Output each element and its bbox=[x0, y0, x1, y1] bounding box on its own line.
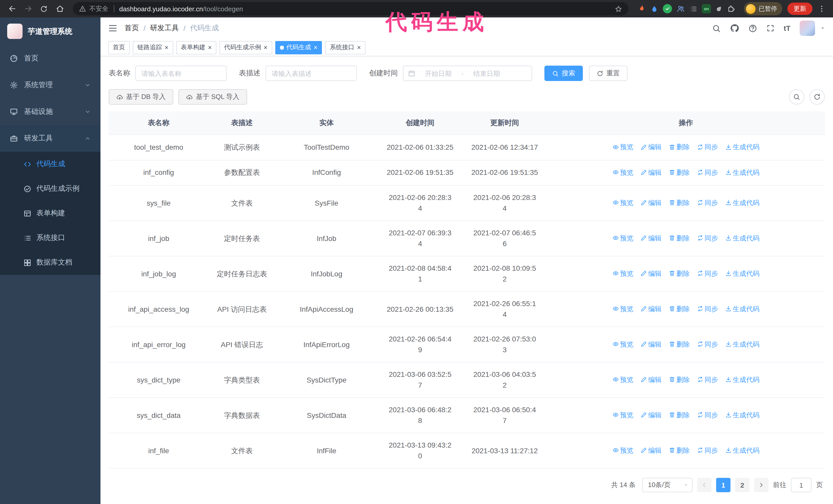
reset-button[interactable]: 重置 bbox=[589, 66, 627, 81]
action-preview[interactable]: 预览 bbox=[612, 167, 633, 178]
extension-icon-drop[interactable] bbox=[650, 5, 658, 13]
logo[interactable]: 芋道管理系统 bbox=[0, 18, 100, 45]
search-button[interactable]: 搜索 bbox=[544, 66, 583, 81]
github-icon[interactable] bbox=[730, 24, 739, 33]
extension-icon-check[interactable] bbox=[663, 4, 672, 13]
action-delete[interactable]: 删除 bbox=[669, 197, 690, 208]
font-size-icon[interactable]: tT bbox=[784, 24, 790, 32]
action-preview[interactable]: 预览 bbox=[612, 304, 633, 314]
sidebar-item-home[interactable]: 首页 bbox=[0, 45, 100, 72]
action-delete[interactable]: 删除 bbox=[669, 304, 690, 314]
sidebar-item-codegen[interactable]: 代码生成 bbox=[0, 152, 100, 176]
action-delete[interactable]: 删除 bbox=[669, 339, 690, 350]
action-preview[interactable]: 预览 bbox=[612, 268, 633, 279]
tab-close-icon[interactable]: × bbox=[314, 44, 317, 51]
browser-update-button[interactable]: 更新 bbox=[787, 3, 812, 15]
search-icon[interactable] bbox=[712, 24, 721, 32]
action-sync[interactable]: 同步 bbox=[697, 167, 718, 178]
action-sync[interactable]: 同步 bbox=[697, 445, 718, 456]
date-end-input[interactable] bbox=[467, 70, 507, 77]
help-icon[interactable] bbox=[748, 24, 757, 32]
extension-icon-on-badge[interactable]: on bbox=[702, 4, 711, 13]
sidebar-item-system-api[interactable]: 系统接口 bbox=[0, 225, 100, 250]
action-sync[interactable]: 同步 bbox=[697, 268, 718, 279]
tab-close-icon[interactable]: × bbox=[165, 44, 168, 51]
action-preview[interactable]: 预览 bbox=[612, 197, 633, 208]
action-edit[interactable]: 编辑 bbox=[641, 445, 662, 456]
sidebar-item-form-builder[interactable]: 表单构建 bbox=[0, 201, 100, 225]
action-sync[interactable]: 同步 bbox=[697, 374, 718, 385]
action-edit[interactable]: 编辑 bbox=[641, 233, 662, 243]
page-button-2[interactable]: 2 bbox=[735, 478, 749, 492]
toggle-search-button[interactable] bbox=[789, 89, 804, 104]
tab-close-icon[interactable]: × bbox=[263, 44, 267, 51]
table-desc-input[interactable] bbox=[265, 66, 357, 81]
tab-1[interactable]: 链路追踪× bbox=[133, 41, 173, 54]
import-db-button[interactable]: 基于 DB 导入 bbox=[109, 89, 173, 104]
browser-profile-badge[interactable]: 已暂停 bbox=[744, 2, 782, 16]
action-delete[interactable]: 删除 bbox=[669, 268, 690, 279]
sidebar-item-db-doc[interactable]: 数据库文档 bbox=[0, 250, 100, 275]
action-edit[interactable]: 编辑 bbox=[641, 410, 662, 421]
hamburger-icon[interactable] bbox=[108, 24, 117, 33]
tab-2[interactable]: 表单构建× bbox=[176, 41, 216, 54]
user-avatar[interactable] bbox=[800, 21, 815, 36]
action-edit[interactable]: 编辑 bbox=[641, 374, 662, 385]
action-sync[interactable]: 同步 bbox=[697, 233, 718, 243]
action-delete[interactable]: 删除 bbox=[669, 167, 690, 178]
table-name-input[interactable] bbox=[135, 66, 227, 81]
import-sql-button[interactable]: 基于 SQL 导入 bbox=[178, 89, 247, 104]
action-preview[interactable]: 预览 bbox=[612, 233, 633, 243]
sidebar-item-codegen-example[interactable]: 代码生成示例 bbox=[0, 176, 100, 201]
extension-icon-flame[interactable] bbox=[638, 5, 646, 13]
tab-close-icon[interactable]: × bbox=[357, 44, 361, 51]
action-preview[interactable]: 预览 bbox=[612, 410, 633, 421]
browser-menu-button[interactable] bbox=[815, 3, 828, 15]
action-preview[interactable]: 预览 bbox=[612, 374, 633, 385]
browser-home-button[interactable] bbox=[53, 2, 67, 16]
breadcrumb-devtools[interactable]: 研发工具 bbox=[150, 24, 179, 33]
refresh-table-button[interactable] bbox=[809, 89, 825, 104]
tab-0[interactable]: 首页 bbox=[108, 41, 130, 54]
action-preview[interactable]: 预览 bbox=[612, 142, 633, 152]
action-edit[interactable]: 编辑 bbox=[641, 142, 662, 152]
address-bar[interactable]: 不安全 dashboard.yudao.iocoder.cn /tool/cod… bbox=[73, 2, 628, 16]
breadcrumb-home[interactable]: 首页 bbox=[124, 24, 139, 33]
puzzle-icon[interactable] bbox=[728, 5, 736, 13]
action-delete[interactable]: 删除 bbox=[669, 410, 690, 421]
extension-icon-feather[interactable] bbox=[714, 4, 724, 14]
next-page-button[interactable] bbox=[754, 478, 768, 492]
action-preview[interactable]: 预览 bbox=[612, 339, 633, 350]
url-host[interactable]: dashboard.yudao.iocoder.cn bbox=[119, 5, 203, 13]
tab-5[interactable]: 系统接口× bbox=[325, 41, 365, 54]
action-edit[interactable]: 编辑 bbox=[641, 304, 662, 314]
sidebar-item-infra[interactable]: 基础设施 bbox=[0, 98, 100, 125]
security-label[interactable]: 不安全 bbox=[89, 4, 109, 13]
action-generate-code[interactable]: 生成代码 bbox=[725, 374, 759, 385]
action-sync[interactable]: 同步 bbox=[697, 339, 718, 350]
browser-back-button[interactable] bbox=[5, 2, 19, 16]
tab-close-icon[interactable]: × bbox=[208, 44, 212, 51]
tab-4-active[interactable]: 代码生成× bbox=[275, 41, 322, 54]
browser-reload-button[interactable] bbox=[37, 2, 51, 16]
action-sync[interactable]: 同步 bbox=[697, 142, 718, 152]
action-generate-code[interactable]: 生成代码 bbox=[725, 268, 759, 279]
action-preview[interactable]: 预览 bbox=[612, 445, 633, 456]
action-generate-code[interactable]: 生成代码 bbox=[725, 167, 759, 178]
fullscreen-icon[interactable] bbox=[766, 24, 775, 32]
action-generate-code[interactable]: 生成代码 bbox=[725, 197, 759, 208]
action-edit[interactable]: 编辑 bbox=[641, 339, 662, 350]
action-sync[interactable]: 同步 bbox=[697, 197, 718, 208]
action-edit[interactable]: 编辑 bbox=[641, 268, 662, 279]
action-generate-code[interactable]: 生成代码 bbox=[725, 233, 759, 243]
url-path[interactable]: /tool/codegen bbox=[203, 5, 243, 13]
action-generate-code[interactable]: 生成代码 bbox=[725, 445, 759, 456]
tab-3[interactable]: 代码生成示例× bbox=[219, 41, 272, 54]
action-delete[interactable]: 删除 bbox=[669, 374, 690, 385]
page-size-select[interactable]: 10条/页 bbox=[642, 478, 693, 492]
action-edit[interactable]: 编辑 bbox=[641, 197, 662, 208]
action-delete[interactable]: 删除 bbox=[669, 445, 690, 456]
action-delete[interactable]: 删除 bbox=[669, 233, 690, 243]
date-start-input[interactable] bbox=[418, 70, 458, 77]
date-range-picker[interactable]: - bbox=[403, 66, 532, 81]
